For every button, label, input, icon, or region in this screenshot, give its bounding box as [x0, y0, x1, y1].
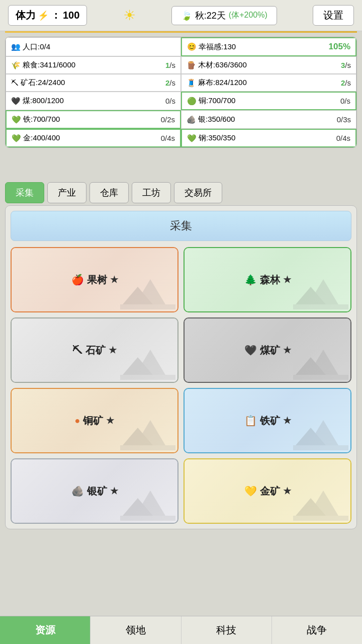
stat-coal: 🖤 煤:800/1200 0/s [6, 92, 181, 110]
cloth-label: 🧵 麻布:824/1200 [187, 78, 247, 88]
tab-gather[interactable]: 采集 [5, 182, 44, 203]
happiness-icon: 😊 [187, 42, 197, 51]
stats-area: 👥 人口:0/4 😊 幸福感:130 105% 🌾 粮食:3411/6000 1… [5, 37, 357, 148]
card-iron-mine[interactable]: 📋 铁矿 ★ [184, 388, 351, 453]
stone-mine-icon: ⛏ [72, 345, 82, 356]
tab-warehouse[interactable]: 仓库 [89, 182, 129, 203]
forest-label: 🌲 森林 ★ [244, 273, 291, 287]
nav-territory[interactable]: 领地 [90, 616, 181, 644]
sun-icon: ☀ [123, 7, 136, 24]
tab-industry[interactable]: 产业 [47, 182, 86, 203]
cards-grid: 🍎 果树 ★ 🌲 森林 ★ [11, 247, 351, 524]
settings-button[interactable]: 设置 [313, 5, 354, 26]
cloth-icon: 🧵 [187, 78, 196, 88]
wood-rate: 3/s [341, 61, 351, 69]
card-gold-mine[interactable]: 💛 金矿 ★ [184, 458, 351, 524]
iron-mine-star: ★ [283, 415, 291, 426]
season-leaf-icon: 🍃 [181, 10, 192, 21]
happiness-pct: 105% [329, 42, 350, 52]
nav-technology[interactable]: 科技 [182, 616, 272, 644]
stone-mine-text: 石矿 [85, 344, 106, 357]
main-content: 采集 🍎 果树 ★ 🌲 [5, 205, 357, 529]
stat-steel: 💚 钢:350/350 0/4s [181, 129, 356, 147]
stat-ore: ⛏ 矿石:24/2400 2/s [6, 74, 181, 92]
content-title: 采集 [170, 219, 192, 232]
wood-label: 🪵 木材:636/3600 [187, 60, 247, 70]
svg-rect-20 [120, 516, 175, 521]
svg-rect-2 [120, 304, 175, 309]
copper-rate: 0/s [340, 97, 350, 105]
fruit-tree-icon: 🍎 [71, 274, 84, 286]
stat-population: 👥 人口:0/4 [6, 37, 181, 56]
season-box: 🍃 秋:22天 (体+200%) [171, 6, 277, 25]
stamina-colon: ： [51, 9, 61, 22]
iron-icon: 💚 [12, 115, 21, 124]
svg-rect-23 [293, 516, 348, 521]
ore-icon: ⛏ [11, 78, 19, 87]
iron-rate: 0/2s [161, 115, 175, 124]
ore-rate: 2/s [165, 78, 175, 87]
gold-icon: 💚 [12, 134, 21, 143]
food-label: 🌾 粮食:3411/6000 [11, 60, 75, 70]
steel-label: 💚 钢:350/350 [187, 133, 235, 143]
gold-mine-icon: 💛 [244, 485, 257, 497]
nav-resources[interactable]: 资源 [0, 616, 90, 644]
iron-mine-icon: 📋 [244, 415, 257, 427]
forest-icon: 🌲 [244, 274, 257, 286]
coal-label: 🖤 煤:800/1200 [11, 96, 64, 106]
ore-label: ⛏ 矿石:24/2400 [11, 78, 65, 88]
copper-mine-label: ● 铜矿 ★ [75, 414, 115, 428]
tab-exchange[interactable]: 交易所 [174, 182, 222, 203]
coal-mine-star: ★ [283, 345, 291, 356]
stat-wood: 🪵 木材:636/3600 3/s [181, 56, 356, 74]
fruit-tree-star: ★ [110, 274, 118, 285]
steel-icon: 💚 [187, 134, 197, 143]
top-bar: 体力 ⚡ ： 100 ☀ 🍃 秋:22天 (体+200%) 设置 [0, 0, 362, 31]
stat-silver: 🪨 银:350/600 0/3s [181, 110, 356, 129]
bottom-nav: 资源 领地 科技 战争 [0, 616, 362, 644]
card-coal-mine[interactable]: 🖤 煤矿 ★ [184, 317, 351, 383]
silver-rate: 0/3s [337, 115, 351, 124]
middle-area [0, 152, 362, 182]
silver-icon: 🪨 [187, 115, 196, 124]
yellow-divider [5, 31, 357, 33]
stat-copper: 🟢 铜:700/700 0/s [181, 92, 356, 110]
card-stone-mine[interactable]: ⛏ 石矿 ★ [11, 317, 178, 383]
tab-bar: 采集 产业 仓库 工坊 交易所 [0, 182, 362, 203]
stone-mine-label: ⛏ 石矿 ★ [72, 344, 117, 357]
coal-rate: 0/s [165, 97, 175, 105]
forest-text: 森林 [260, 273, 280, 287]
gold-mine-star: ★ [283, 486, 291, 497]
iron-mine-label: 📋 铁矿 ★ [244, 414, 291, 428]
card-copper-mine[interactable]: ● 铜矿 ★ [11, 388, 178, 453]
iron-mine-text: 铁矿 [260, 414, 280, 428]
svg-rect-5 [293, 304, 348, 309]
wood-icon: 🪵 [187, 61, 196, 70]
nav-war[interactable]: 战争 [272, 616, 362, 644]
copper-icon: 🟢 [187, 97, 197, 106]
food-icon: 🌾 [11, 61, 21, 70]
season-text: 秋:22天 [195, 10, 226, 22]
copper-mine-star: ★ [106, 415, 114, 426]
card-silver-mine[interactable]: 🪨 银矿 ★ [11, 458, 178, 524]
fruit-tree-text: 果树 [87, 273, 107, 287]
fruit-tree-label: 🍎 果树 ★ [71, 273, 118, 287]
silver-label: 🪨 银:350/600 [187, 115, 235, 124]
population-icon: 👥 [11, 42, 21, 51]
tab-workshop[interactable]: 工坊 [132, 182, 171, 203]
card-forest[interactable]: 🌲 森林 ★ [184, 247, 351, 312]
silver-mine-text: 银矿 [87, 485, 107, 498]
silver-mine-label: 🪨 银矿 ★ [71, 485, 118, 498]
svg-rect-8 [120, 375, 175, 380]
steel-rate: 0/4s [336, 134, 350, 142]
happiness-label: 😊 幸福感:130 [187, 42, 236, 52]
gold-mine-text: 金矿 [260, 485, 280, 498]
lightning-icon: ⚡ [38, 10, 49, 21]
stamina-box: 体力 ⚡ ： 100 [8, 5, 87, 26]
card-fruit-tree[interactable]: 🍎 果树 ★ [11, 247, 178, 312]
svg-rect-17 [293, 445, 348, 450]
copper-label: 🟢 铜:700/700 [187, 96, 235, 106]
copper-mine-icon: ● [75, 416, 80, 426]
copper-mine-text: 铜矿 [83, 414, 103, 428]
svg-rect-14 [120, 445, 175, 450]
